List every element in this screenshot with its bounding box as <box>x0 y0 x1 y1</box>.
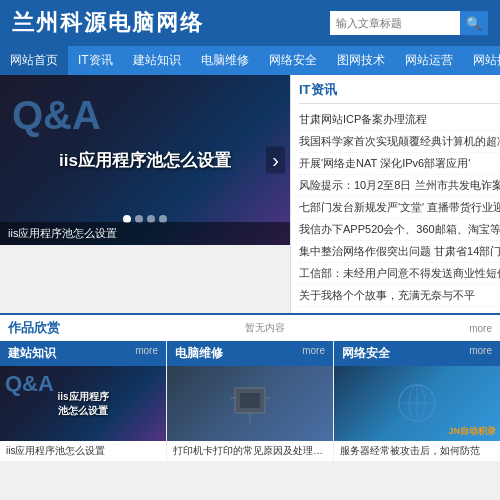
header: 兰州科源电脑网络 🔍 <box>0 0 500 46</box>
slider-caption: iis应用程序池怎么设置 <box>0 222 290 245</box>
news-item-2: 我国科学家首次实现颠覆经典计算机的超冷原子量子模拟器 <box>299 131 500 153</box>
news-item-9: 关于我格个个故事，充满无奈与不平 <box>299 285 500 307</box>
cat-jianzhan: 建站知识 more Q&A iis应用程序池怎么设置 iis应用程序池怎么设置 <box>0 341 166 461</box>
search-button[interactable]: 🔍 <box>460 11 488 35</box>
bottom-categories: 建站知识 more Q&A iis应用程序池怎么设置 iis应用程序池怎么设置 … <box>0 341 500 461</box>
news-item-3: 开展'网络走NAT 深化IPv6部署应用' <box>299 153 500 175</box>
cat-jianzhan-header: 建站知识 more <box>0 341 166 366</box>
news-link-3[interactable]: 开展'网络走NAT 深化IPv6部署应用' <box>299 156 500 171</box>
nav-item-it[interactable]: IT资讯 <box>68 46 123 75</box>
news-item-6: 我信办下APP520会个、360邮箱、淘宝等受名单 <box>299 219 500 241</box>
slider: Q&A iis应用程序池怎么设置 › iis应用程序池怎么设置 <box>0 75 290 245</box>
works-subtitle: 暂无内容 <box>245 321 285 335</box>
cat-wangluo: 网络安全 more JN自动积录 服务器经常被攻击后，如何防范 <box>334 341 500 461</box>
nav-item-wangluo[interactable]: 网络安全 <box>259 46 327 75</box>
news-item-8: 工信部：未经用户同意不得发送商业性短信 停课控打商业电话 <box>299 263 500 285</box>
slider-qa: Q&A <box>12 93 101 138</box>
works-more[interactable]: more <box>469 323 492 334</box>
nav-item-tuwang[interactable]: 图网技术 <box>327 46 395 75</box>
site-title: 兰州科源电脑网络 <box>12 8 204 38</box>
works-section: 作品欣赏 暂无内容 more <box>0 313 500 341</box>
slider-arrow-right[interactable]: › <box>266 147 285 174</box>
cat-diannao-title: 电脑维修 <box>175 345 223 362</box>
slider-main-text: iis应用程序池怎么设置 <box>39 139 251 182</box>
cat-diannao-image <box>167 366 333 441</box>
cat-jianzhan-title: 建站知识 <box>8 345 56 362</box>
works-title: 作品欣赏 <box>8 319 60 337</box>
cat-diannao-more[interactable]: more <box>302 345 325 362</box>
news-item-4: 风险提示：10月2至8日 兰州市共发电诈案74起 <box>299 175 500 197</box>
nav-item-diannao[interactable]: 电脑维修 <box>191 46 259 75</box>
news-link-1[interactable]: 甘肃网站ICP备案办理流程 <box>299 112 500 127</box>
main-content: Q&A iis应用程序池怎么设置 › iis应用程序池怎么设置 IT资讯 更多 … <box>0 75 500 313</box>
nav-item-tuiguang[interactable]: 网站推广 <box>463 46 500 75</box>
nav-item-home[interactable]: 网站首页 <box>0 46 68 75</box>
news-panel-title: IT资讯 更多 <box>299 81 500 104</box>
cat-diannao: 电脑维修 more 打印机卡打印的常见原因及处理方法 <box>167 341 333 461</box>
cat-wangluo-header: 网络安全 more <box>334 341 500 366</box>
search-box: 🔍 <box>330 11 488 35</box>
cat-wangluo-more[interactable]: more <box>469 345 492 362</box>
news-panel: IT资讯 更多 甘肃网站ICP备案办理流程 我国科学家首次实现颠覆经典计算机的超… <box>290 75 500 313</box>
news-link-6[interactable]: 我信办下APP520会个、360邮箱、淘宝等受名单 <box>299 222 500 237</box>
news-link-5[interactable]: 七部门发台新规发严'文堂' 直播带货行业迎大考 <box>299 200 500 215</box>
news-link-9[interactable]: 关于我格个个故事，充满无奈与不平 <box>299 288 500 303</box>
cat-jianzhan-more[interactable]: more <box>135 345 158 362</box>
search-input[interactable] <box>330 11 460 35</box>
main-nav: 网站首页 IT资讯 建站知识 电脑维修 网络安全 图网技术 网站运营 网站推广 <box>0 46 500 75</box>
news-item-5: 七部门发台新规发严'文堂' 直播带货行业迎大考 <box>299 197 500 219</box>
news-list: 甘肃网站ICP备案办理流程 我国科学家首次实现颠覆经典计算机的超冷原子量子模拟器… <box>299 109 500 307</box>
cat-diannao-header: 电脑维修 more <box>167 341 333 366</box>
news-title-text: IT资讯 <box>299 81 337 99</box>
cat-wangluo-title: 网络安全 <box>342 345 390 362</box>
cat-jianzhan-caption: iis应用程序池怎么设置 <box>0 441 166 461</box>
news-item-7: 集中整治网络作假突出问题 甘肃省14部门开展联合行动 <box>299 241 500 263</box>
cat-diannao-caption: 打印机卡打印的常见原因及处理方法 <box>167 441 333 461</box>
news-link-8[interactable]: 工信部：未经用户同意不得发送商业性短信 停课控打商业电话 <box>299 266 500 281</box>
nav-item-yunying[interactable]: 网站运营 <box>395 46 463 75</box>
news-link-4[interactable]: 风险提示：10月2至8日 兰州市共发电诈案74起 <box>299 178 500 193</box>
nav-item-jianzhan[interactable]: 建站知识 <box>123 46 191 75</box>
svg-rect-1 <box>240 393 260 408</box>
news-item-1: 甘肃网站ICP备案办理流程 <box>299 109 500 131</box>
cat-wangluo-caption: 服务器经常被攻击后，如何防范 <box>334 441 500 461</box>
news-link-7[interactable]: 集中整治网络作假突出问题 甘肃省14部门开展联合行动 <box>299 244 500 259</box>
cat-wangluo-image: JN自动积录 <box>334 366 500 441</box>
cat-jianzhan-image: Q&A iis应用程序池怎么设置 <box>0 366 166 441</box>
news-link-2[interactable]: 我国科学家首次实现颠覆经典计算机的超冷原子量子模拟器 <box>299 134 500 149</box>
